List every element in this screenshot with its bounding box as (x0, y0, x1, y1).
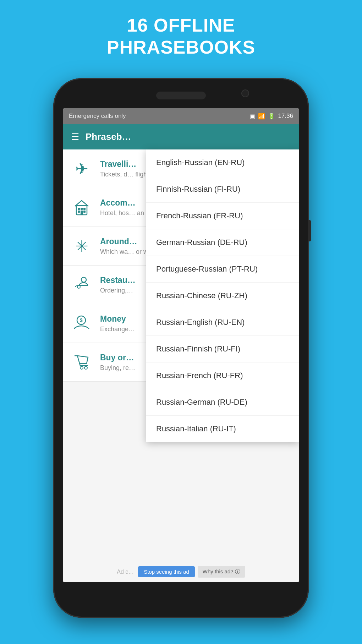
wifi-icon: 📶 (258, 113, 265, 120)
phone-mockup: Emergency calls only ▣ 📶 🔋 17:36 ☰ Phras… (53, 78, 309, 618)
svg-point-12 (80, 366, 83, 369)
app-toolbar: ☰ Phraseb… (63, 124, 299, 149)
dropdown-item[interactable]: Russian-Chinese (RU-ZH) (146, 283, 299, 309)
vibrate-icon: ▣ (250, 113, 255, 120)
dropdown-item[interactable]: Finnish-Russian (FI-RU) (146, 176, 299, 203)
header-line1: 16 OFFLINE (0, 14, 362, 36)
phone-speaker (156, 92, 206, 99)
dropdown-item[interactable]: Russian-French (RU-FR) (146, 362, 299, 382)
main-content: ✈ Travelli… Tickets, d… flight con… (63, 149, 299, 382)
svg-point-13 (84, 366, 87, 369)
dropdown-item[interactable]: French-Russian (FR-RU) (146, 203, 299, 229)
menu-icon[interactable]: ☰ (71, 132, 79, 141)
page-header: 16 OFFLINE PHRASEBOOKS (0, 14, 362, 59)
svg-point-7 (81, 277, 86, 282)
svg-rect-4 (78, 211, 80, 213)
svg-text:$: $ (80, 317, 83, 323)
accommodation-icon (70, 196, 93, 219)
status-bar: Emergency calls only ▣ 📶 🔋 17:36 (63, 108, 299, 124)
phone-side-button (308, 220, 311, 241)
battery-icon: 🔋 (268, 113, 275, 120)
time-display: 17:36 (278, 113, 293, 120)
dropdown-item[interactable]: English-Russian (EN-RU) (146, 149, 299, 176)
dropdown-item[interactable]: German-Russian (DE-RU) (146, 229, 299, 256)
shopping-icon (70, 351, 93, 373)
travelling-icon: ✈ (70, 157, 93, 180)
around-icon: ✳ (70, 235, 93, 257)
toolbar-title: Phraseb… (86, 131, 131, 142)
dropdown-item[interactable]: Russian-Finnish (RU-FI) (146, 336, 299, 362)
phone-camera (241, 89, 249, 97)
language-dropdown: English-Russian (EN-RU)Finnish-Russian (… (146, 149, 299, 382)
restaurant-icon (70, 273, 93, 296)
money-icon: $ (70, 312, 93, 335)
dropdown-list: English-Russian (EN-RU)Finnish-Russian (… (146, 149, 299, 382)
svg-rect-2 (81, 208, 83, 210)
svg-rect-3 (83, 208, 86, 210)
status-icons: ▣ 📶 🔋 17:36 (250, 113, 293, 120)
phone-body: Emergency calls only ▣ 📶 🔋 17:36 ☰ Phras… (53, 78, 309, 618)
phone-screen: Emergency calls only ▣ 📶 🔋 17:36 ☰ Phras… (63, 108, 299, 582)
header-line2: PHRASEBOOKS (0, 36, 362, 58)
dropdown-item[interactable]: Russian-English (RU-EN) (146, 309, 299, 336)
svg-rect-6 (83, 211, 86, 213)
dropdown-item[interactable]: Portuguese-Russian (PT-RU) (146, 256, 299, 283)
svg-rect-5 (81, 211, 83, 215)
svg-rect-1 (78, 208, 80, 210)
carrier-text: Emergency calls only (69, 113, 126, 120)
